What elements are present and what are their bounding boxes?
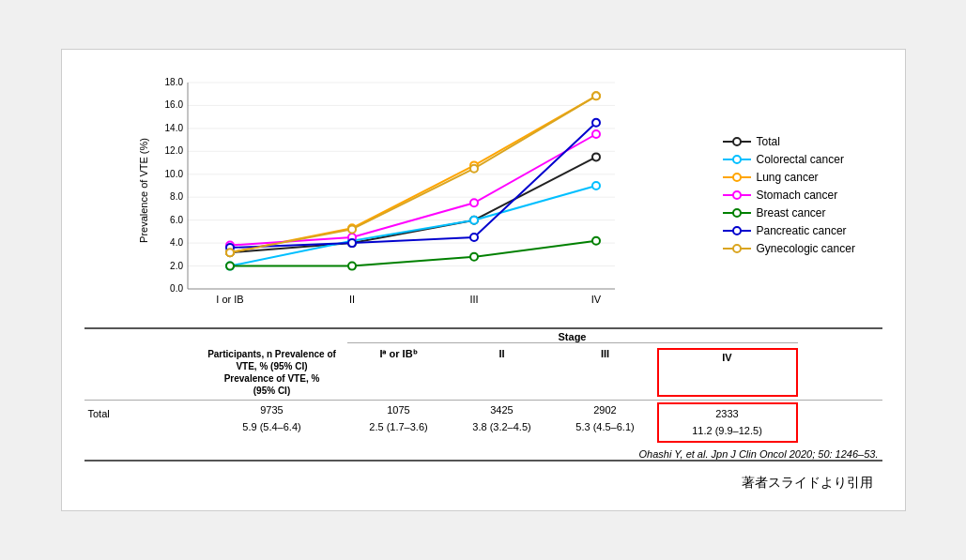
- svg-point-44: [592, 237, 600, 245]
- chart-container: Prevalence of VTE (%) 18.0: [84, 68, 713, 312]
- svg-text:12.0: 12.0: [164, 145, 183, 156]
- legend-item-pancreatic: Pancreatic cancer: [723, 224, 882, 237]
- legend-item-lung: Lung cancer: [723, 171, 882, 184]
- legend-label-colorectal: Colorectal cancer: [757, 153, 844, 166]
- svg-text:14.0: 14.0: [164, 123, 183, 133]
- legend-label-pancreatic: Pancreatic cancer: [757, 224, 847, 237]
- svg-text:4.0: 4.0: [170, 237, 183, 248]
- legend-item-stomach: Stomach cancer: [723, 189, 882, 202]
- svg-point-47: [470, 234, 478, 241]
- svg-point-52: [592, 92, 600, 99]
- svg-point-49: [226, 249, 234, 256]
- svg-point-48: [592, 119, 600, 127]
- svg-text:2.0: 2.0: [170, 261, 183, 271]
- svg-point-54: [733, 138, 741, 145]
- td-iii-n: 2902: [554, 402, 657, 419]
- citation-text: Ohashi Y, et al. Jpn J Clin Oncol 2020; …: [84, 448, 882, 460]
- svg-point-66: [733, 245, 741, 252]
- td-stage-iv: 2333 11.2 (9.9–12.5): [657, 402, 798, 443]
- svg-point-32: [592, 182, 600, 189]
- td-stage-iii: 2902 5.3 (4.5–6.1): [554, 402, 657, 443]
- th-stage-iii: III: [554, 348, 657, 397]
- table-row-total: Total 9735 5.9 (5.4–6.4) 1075 2.5 (1.7–3…: [84, 401, 882, 445]
- svg-point-39: [470, 199, 478, 206]
- y-axis-label: Prevalence of VTE (%): [138, 138, 149, 243]
- td-ib-prev: 2.5 (1.7–3.6): [347, 419, 451, 436]
- td-n: 9735: [197, 402, 347, 419]
- legend-item-colorectal: Colorectal cancer: [723, 153, 882, 166]
- svg-point-28: [592, 153, 600, 160]
- svg-point-46: [348, 239, 356, 247]
- svg-text:IV: IV: [590, 294, 601, 305]
- footer-text: 著者スライドより引用: [84, 475, 882, 492]
- th-stage-ib: Iᵃ or IBᵇ: [347, 348, 451, 397]
- td-total-participants: 9735 5.9 (5.4–6.4): [197, 402, 347, 443]
- svg-text:II: II: [348, 294, 354, 305]
- legend-label-breast: Breast cancer: [757, 206, 826, 219]
- svg-point-56: [733, 156, 741, 163]
- legend-label-lung: Lung cancer: [757, 171, 819, 184]
- svg-text:16.0: 16.0: [164, 99, 183, 110]
- legend-label-gynecologic: Gynecologic cancer: [757, 242, 855, 255]
- svg-point-41: [226, 263, 234, 270]
- table-header: Participants, n Prevalence of VTE, % (95…: [84, 345, 882, 401]
- th-ci: (95% CI): [197, 385, 347, 397]
- chart-area: Prevalence of VTE (%) 18.0: [84, 68, 882, 312]
- th-stage-iv: IV: [657, 348, 798, 397]
- stage-header-row: Stage: [84, 329, 882, 345]
- svg-text:8.0: 8.0: [170, 191, 183, 202]
- svg-point-40: [592, 130, 600, 138]
- th-label: [84, 348, 197, 397]
- td-ib-n: 1075: [347, 402, 451, 419]
- svg-point-43: [470, 253, 478, 261]
- th-prevalence: Prevalence of VTE, %: [197, 372, 347, 385]
- svg-point-58: [733, 174, 741, 181]
- th-participants-n: Participants, n Prevalence of VTE, % (95…: [197, 348, 347, 372]
- svg-point-51: [470, 165, 478, 173]
- legend-item-breast: Breast cancer: [723, 206, 882, 219]
- td-iv-prev: 11.2 (9.9–12.5): [663, 423, 792, 440]
- th-stage-ii: II: [451, 348, 554, 397]
- line-chart: Prevalence of VTE (%) 18.0: [84, 68, 713, 312]
- chart-legend: Total Colorectal cancer Lung cancer Stom…: [723, 68, 882, 312]
- data-table: Stage Participants, n Prevalence of VTE,…: [84, 327, 882, 462]
- stage-column-header: Stage: [347, 331, 798, 343]
- td-prev: 5.9 (5.4–6.4): [197, 419, 347, 436]
- svg-point-50: [348, 225, 356, 233]
- td-ii-prev: 3.8 (3.2–4.5): [451, 419, 554, 436]
- svg-text:10.0: 10.0: [164, 169, 183, 179]
- legend-item-total: Total: [723, 135, 882, 148]
- svg-point-42: [348, 263, 356, 270]
- legend-label-stomach: Stomach cancer: [757, 189, 838, 202]
- legend-item-gynecologic: Gynecologic cancer: [723, 242, 882, 255]
- td-iii-prev: 5.3 (4.5–6.1): [554, 419, 657, 436]
- svg-point-64: [733, 227, 741, 235]
- svg-text:0.0: 0.0: [170, 283, 183, 294]
- td-stage-ii: 3425 3.8 (3.2–4.5): [451, 402, 554, 443]
- svg-point-60: [733, 191, 741, 199]
- td-iv-n: 2333: [663, 406, 792, 423]
- svg-point-62: [733, 209, 741, 217]
- svg-text:6.0: 6.0: [170, 215, 183, 225]
- legend-label-total: Total: [757, 135, 780, 148]
- td-total-label: Total: [84, 402, 197, 443]
- svg-text:III: III: [469, 294, 478, 305]
- svg-text:18.0: 18.0: [164, 77, 183, 87]
- td-stage-ib: 1075 2.5 (1.7–3.6): [347, 402, 451, 443]
- th-participants: Participants, n Prevalence of VTE, % (95…: [197, 348, 347, 397]
- svg-point-31: [470, 217, 478, 224]
- svg-text:I or IB: I or IB: [216, 294, 243, 305]
- main-card: Prevalence of VTE (%) 18.0: [61, 49, 906, 511]
- td-ii-n: 3425: [451, 402, 554, 419]
